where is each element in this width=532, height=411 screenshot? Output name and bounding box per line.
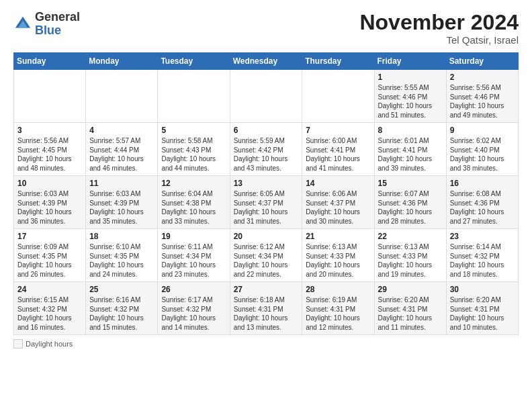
day-cell: 17Sunrise: 6:09 AMSunset: 4:35 PMDayligh… (14, 229, 86, 282)
day-number: 1 (378, 73, 443, 82)
day-number: 16 (450, 179, 515, 188)
day-cell: 10Sunrise: 6:03 AMSunset: 4:39 PMDayligh… (14, 176, 86, 229)
day-cell (302, 70, 374, 123)
day-number: 21 (306, 232, 370, 241)
day-number: 4 (89, 126, 154, 135)
day-cell: 23Sunrise: 6:14 AMSunset: 4:32 PMDayligh… (446, 229, 518, 282)
day-info: Sunrise: 6:13 AMSunset: 4:33 PMDaylight:… (378, 242, 443, 279)
day-info: Sunrise: 6:19 AMSunset: 4:31 PMDaylight:… (306, 295, 370, 332)
day-cell: 28Sunrise: 6:19 AMSunset: 4:31 PMDayligh… (302, 282, 374, 335)
day-number: 11 (89, 179, 154, 188)
day-info: Sunrise: 5:57 AMSunset: 4:44 PMDaylight:… (89, 136, 154, 173)
logo: General Blue (13, 11, 80, 38)
day-number: 8 (378, 126, 443, 135)
day-cell: 7Sunrise: 6:00 AMSunset: 4:41 PMDaylight… (302, 123, 374, 176)
day-number: 12 (161, 179, 226, 188)
day-number: 19 (161, 232, 226, 241)
logo-icon (13, 15, 32, 34)
day-number: 5 (161, 126, 226, 135)
day-cell: 9Sunrise: 6:02 AMSunset: 4:40 PMDaylight… (446, 123, 518, 176)
logo-general: General (35, 11, 80, 24)
day-info: Sunrise: 6:04 AMSunset: 4:38 PMDaylight:… (161, 189, 226, 226)
col-header-sunday: Sunday (14, 53, 86, 70)
month-title: November 2024 (359, 11, 519, 34)
day-info: Sunrise: 5:56 AMSunset: 4:45 PMDaylight:… (17, 136, 82, 173)
day-info: Sunrise: 6:10 AMSunset: 4:35 PMDaylight:… (89, 242, 154, 279)
day-info: Sunrise: 6:02 AMSunset: 4:40 PMDaylight:… (450, 136, 515, 173)
day-info: Sunrise: 6:16 AMSunset: 4:32 PMDaylight:… (89, 295, 154, 332)
day-info: Sunrise: 6:00 AMSunset: 4:41 PMDaylight:… (306, 136, 370, 173)
week-row-2: 3Sunrise: 5:56 AMSunset: 4:45 PMDaylight… (14, 123, 519, 176)
location: Tel Qatsir, Israel (359, 34, 519, 46)
day-cell: 21Sunrise: 6:13 AMSunset: 4:33 PMDayligh… (302, 229, 374, 282)
day-cell: 14Sunrise: 6:06 AMSunset: 4:37 PMDayligh… (302, 176, 374, 229)
day-cell: 30Sunrise: 6:20 AMSunset: 4:31 PMDayligh… (446, 282, 518, 335)
day-cell: 24Sunrise: 6:15 AMSunset: 4:32 PMDayligh… (14, 282, 86, 335)
day-cell (14, 70, 86, 123)
day-info: Sunrise: 6:03 AMSunset: 4:39 PMDaylight:… (17, 189, 82, 226)
title-block: November 2024 Tel Qatsir, Israel (359, 11, 519, 46)
day-info: Sunrise: 6:20 AMSunset: 4:31 PMDaylight:… (378, 295, 443, 332)
day-number: 17 (17, 232, 82, 241)
week-row-3: 10Sunrise: 6:03 AMSunset: 4:39 PMDayligh… (14, 176, 519, 229)
day-info: Sunrise: 5:58 AMSunset: 4:43 PMDaylight:… (161, 136, 226, 173)
day-info: Sunrise: 6:12 AMSunset: 4:34 PMDaylight:… (234, 242, 299, 279)
week-row-5: 24Sunrise: 6:15 AMSunset: 4:32 PMDayligh… (14, 282, 519, 335)
day-number: 14 (306, 179, 370, 188)
day-info: Sunrise: 6:03 AMSunset: 4:39 PMDaylight:… (89, 189, 154, 226)
col-header-saturday: Saturday (446, 53, 518, 70)
day-cell (230, 70, 302, 123)
day-info: Sunrise: 5:56 AMSunset: 4:46 PMDaylight:… (450, 83, 515, 120)
day-cell: 18Sunrise: 6:10 AMSunset: 4:35 PMDayligh… (86, 229, 158, 282)
legend-label: Daylight hours (26, 340, 73, 348)
day-info: Sunrise: 6:15 AMSunset: 4:32 PMDaylight:… (17, 295, 82, 332)
page: General Blue November 2024 Tel Qatsir, I… (0, 0, 532, 355)
day-number: 18 (89, 232, 154, 241)
day-cell: 13Sunrise: 6:05 AMSunset: 4:37 PMDayligh… (230, 176, 302, 229)
day-cell: 4Sunrise: 5:57 AMSunset: 4:44 PMDaylight… (86, 123, 158, 176)
day-cell (86, 70, 158, 123)
col-header-monday: Monday (86, 53, 158, 70)
day-cell: 20Sunrise: 6:12 AMSunset: 4:34 PMDayligh… (230, 229, 302, 282)
week-row-1: 1Sunrise: 5:55 AMSunset: 4:46 PMDaylight… (14, 70, 519, 123)
week-row-4: 17Sunrise: 6:09 AMSunset: 4:35 PMDayligh… (14, 229, 519, 282)
day-number: 2 (450, 73, 515, 82)
logo-text: General Blue (35, 11, 80, 38)
day-cell (158, 70, 230, 123)
day-info: Sunrise: 6:13 AMSunset: 4:33 PMDaylight:… (306, 242, 370, 279)
day-number: 10 (17, 179, 82, 188)
col-header-friday: Friday (374, 53, 446, 70)
day-number: 3 (17, 126, 82, 135)
day-info: Sunrise: 6:06 AMSunset: 4:37 PMDaylight:… (306, 189, 370, 226)
day-number: 7 (306, 126, 370, 135)
day-number: 13 (234, 179, 299, 188)
col-header-thursday: Thursday (302, 53, 374, 70)
day-cell: 22Sunrise: 6:13 AMSunset: 4:33 PMDayligh… (374, 229, 446, 282)
legend-box (13, 339, 23, 349)
day-info: Sunrise: 6:09 AMSunset: 4:35 PMDaylight:… (17, 242, 82, 279)
day-number: 23 (450, 232, 515, 241)
day-info: Sunrise: 5:55 AMSunset: 4:46 PMDaylight:… (378, 83, 443, 120)
col-header-wednesday: Wednesday (230, 53, 302, 70)
logo-blue: Blue (35, 24, 80, 38)
day-number: 29 (378, 285, 443, 294)
day-info: Sunrise: 6:01 AMSunset: 4:41 PMDaylight:… (378, 136, 443, 173)
day-cell: 6Sunrise: 5:59 AMSunset: 4:42 PMDaylight… (230, 123, 302, 176)
day-number: 9 (450, 126, 515, 135)
day-cell: 26Sunrise: 6:17 AMSunset: 4:32 PMDayligh… (158, 282, 230, 335)
col-header-tuesday: Tuesday (158, 53, 230, 70)
calendar-table: SundayMondayTuesdayWednesdayThursdayFrid… (13, 52, 519, 335)
day-number: 6 (234, 126, 299, 135)
day-cell: 16Sunrise: 6:08 AMSunset: 4:36 PMDayligh… (446, 176, 518, 229)
day-cell: 1Sunrise: 5:55 AMSunset: 4:46 PMDaylight… (374, 70, 446, 123)
day-cell: 12Sunrise: 6:04 AMSunset: 4:38 PMDayligh… (158, 176, 230, 229)
day-cell: 27Sunrise: 6:18 AMSunset: 4:31 PMDayligh… (230, 282, 302, 335)
day-number: 20 (234, 232, 299, 241)
day-info: Sunrise: 6:20 AMSunset: 4:31 PMDaylight:… (450, 295, 515, 332)
day-cell: 3Sunrise: 5:56 AMSunset: 4:45 PMDaylight… (14, 123, 86, 176)
day-number: 22 (378, 232, 443, 241)
legend-item: Daylight hours (13, 339, 73, 349)
day-info: Sunrise: 6:07 AMSunset: 4:36 PMDaylight:… (378, 189, 443, 226)
day-cell: 25Sunrise: 6:16 AMSunset: 4:32 PMDayligh… (86, 282, 158, 335)
day-info: Sunrise: 6:05 AMSunset: 4:37 PMDaylight:… (234, 189, 299, 226)
